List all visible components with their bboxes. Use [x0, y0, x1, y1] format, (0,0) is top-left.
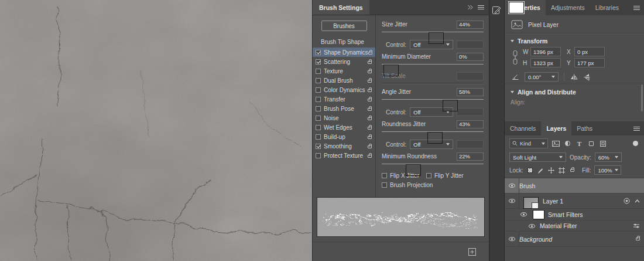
filter-options-icon[interactable]: [633, 223, 640, 229]
visibility-toggle[interactable]: [518, 209, 529, 220]
lock-all-icon[interactable]: [569, 167, 576, 174]
brush-tip-shape-item[interactable]: Brush Tip Shape: [313, 37, 375, 46]
slider-thumb[interactable]: [443, 100, 458, 111]
new-brush-button[interactable]: [468, 248, 476, 256]
angle-jitter-slider[interactable]: [382, 98, 484, 105]
scrollbar-thumb[interactable]: [641, 84, 643, 111]
filter-type-layers-icon[interactable]: T: [576, 140, 583, 147]
tab-paths[interactable]: Paths: [571, 121, 598, 135]
lock-icon[interactable]: [368, 155, 372, 158]
checkbox[interactable]: [426, 173, 431, 178]
fill-dropdown[interactable]: 100%: [594, 165, 621, 175]
checkbox[interactable]: [316, 69, 321, 74]
minimum-roundness-slider[interactable]: [382, 162, 484, 170]
checkbox[interactable]: [316, 59, 321, 65]
lock-icon[interactable]: [368, 52, 372, 55]
filter-pixel-layers-icon[interactable]: [552, 140, 560, 147]
filter-mask-thumbnail[interactable]: [533, 210, 544, 219]
lock-icon[interactable]: [368, 145, 372, 148]
filter-shape-layers-icon[interactable]: [587, 140, 595, 147]
roundness-jitter-slider[interactable]: [382, 130, 484, 137]
slider-thumb[interactable]: [406, 164, 421, 176]
document-canvas[interactable]: [0, 0, 312, 261]
height-field[interactable]: 1323 px: [530, 58, 561, 67]
filter-smart-objects-icon[interactable]: [599, 140, 607, 147]
lock-icon[interactable]: [368, 89, 372, 92]
visibility-toggle[interactable]: [526, 221, 537, 231]
opacity-dropdown[interactable]: 60%: [595, 152, 622, 162]
checkbox[interactable]: [316, 134, 321, 140]
angle-jitter-value-field[interactable]: 58%: [457, 88, 484, 96]
brush-settings-dock-icon[interactable]: [491, 5, 502, 16]
tab-brush-settings[interactable]: Brush Settings: [313, 0, 369, 15]
checkbox[interactable]: [316, 116, 321, 121]
brush-setting-item-protect-texture[interactable]: Protect Texture: [313, 151, 375, 160]
layer-row-background[interactable]: Background: [505, 232, 644, 247]
size-jitter-value-field[interactable]: 44%: [457, 21, 484, 29]
tab-layers[interactable]: Layers: [541, 121, 571, 135]
collapse-panels-icon[interactable]: [467, 5, 473, 10]
brushes-button[interactable]: Brushes: [321, 21, 367, 31]
visibility-toggle[interactable]: [505, 194, 519, 208]
blend-mode-dropdown[interactable]: Soft Light: [509, 152, 566, 162]
checkbox[interactable]: [316, 125, 321, 130]
lock-icon[interactable]: [368, 80, 372, 83]
brush-setting-item-wet-edges[interactable]: Wet Edges: [313, 123, 375, 132]
filter-adjustment-layers-icon[interactable]: [564, 140, 571, 147]
tab-adjustments[interactable]: Adjustments: [546, 0, 590, 15]
layer-row-brush[interactable]: Brush: [505, 178, 644, 194]
brush-setting-item-brush-pose[interactable]: Brush Pose: [313, 104, 375, 113]
lock-icon[interactable]: [368, 117, 372, 120]
visibility-toggle[interactable]: [505, 178, 519, 193]
lock-icon[interactable]: [368, 127, 372, 130]
checkbox[interactable]: [316, 78, 321, 83]
lock-icon[interactable]: [368, 108, 372, 111]
checkbox[interactable]: [316, 144, 321, 149]
slider-thumb[interactable]: [383, 65, 399, 76]
checkbox[interactable]: [316, 153, 321, 158]
filter-toggle-icon[interactable]: [633, 141, 638, 146]
size-jitter-slider[interactable]: [382, 30, 484, 38]
lock-icon[interactable]: [368, 70, 372, 73]
layer-row-smart-filters[interactable]: Smart Filters: [505, 209, 644, 221]
panel-menu-icon[interactable]: [478, 5, 484, 10]
brush-setting-item-noise[interactable]: Noise: [313, 113, 375, 123]
checkbox[interactable]: [382, 173, 387, 178]
filter-kind-dropdown[interactable]: Kind: [509, 138, 548, 148]
brush-setting-item-texture[interactable]: Texture: [313, 66, 375, 76]
lock-icon[interactable]: [368, 99, 372, 101]
checkbox[interactable]: [316, 50, 321, 55]
y-field[interactable]: 177 px: [574, 58, 605, 67]
constrain-link-icon[interactable]: [512, 49, 519, 66]
brush-setting-item-color-dynamics[interactable]: Color Dynamics: [313, 85, 375, 94]
checkbox[interactable]: [316, 87, 321, 93]
slider-thumb[interactable]: [427, 132, 443, 144]
layer-row-material-filter[interactable]: Material Filter: [505, 221, 644, 232]
roundness-jitter-value-field[interactable]: 43%: [457, 120, 484, 128]
brush-setting-item-dual-brush[interactable]: Dual Brush: [313, 76, 375, 85]
collapse-filters-chevron-icon[interactable]: [635, 199, 640, 203]
lock-icon[interactable]: [368, 61, 372, 64]
smart-object-thumbnail[interactable]: [523, 197, 539, 209]
brush-setting-item-build-up[interactable]: Build-up: [313, 132, 375, 141]
tab-channels[interactable]: Channels: [505, 121, 541, 135]
brush-setting-item-transfer[interactable]: Transfer: [313, 94, 375, 104]
brush-projection-checkbox[interactable]: Brush Projection: [382, 182, 433, 188]
checkbox[interactable]: [316, 97, 321, 102]
flip-vertical-icon[interactable]: [584, 73, 590, 82]
tab-libraries[interactable]: Libraries: [590, 0, 624, 15]
slider-thumb[interactable]: [429, 32, 444, 44]
lock-position-icon[interactable]: [548, 167, 555, 174]
align-section-header[interactable]: Align and Distribute: [505, 86, 644, 98]
flip-horizontal-icon[interactable]: [570, 74, 578, 80]
visibility-toggle[interactable]: [505, 232, 519, 246]
panel-menu-icon[interactable]: [633, 0, 640, 15]
smart-filter-indicator-icon[interactable]: [624, 198, 630, 204]
rotation-angle-dropdown[interactable]: 0.00°: [525, 72, 559, 82]
brush-setting-item-shape-dynamics[interactable]: Shape Dynamics: [313, 48, 375, 57]
lock-transparency-icon[interactable]: [527, 167, 534, 174]
x-field[interactable]: 0 px: [574, 47, 605, 56]
minimum-roundness-value-field[interactable]: 22%: [457, 152, 484, 161]
transform-section-header[interactable]: Transform: [505, 35, 644, 47]
lock-pixels-icon[interactable]: [537, 167, 544, 174]
